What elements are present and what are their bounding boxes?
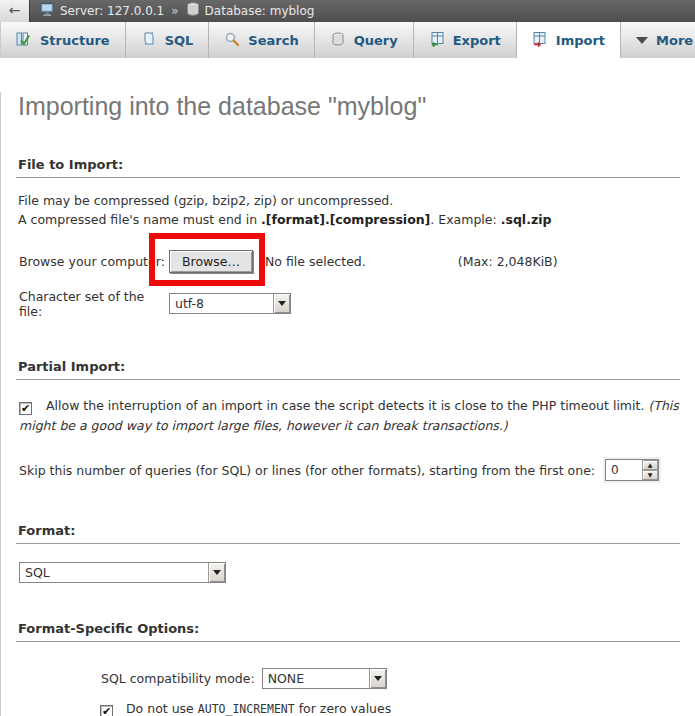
no-file-text: No file selected. [265, 254, 366, 269]
skip-queries-label: Skip this number of queries (for SQL) or… [19, 463, 595, 478]
server-icon [40, 2, 55, 20]
tab-label: Export [453, 33, 501, 48]
tab-export[interactable]: Export [414, 22, 517, 58]
browse-row: Browse your computer: Browse… No file se… [16, 250, 680, 273]
breadcrumb-database[interactable]: Database: myblog [205, 4, 315, 18]
dropdown-arrow-icon[interactable] [369, 669, 386, 688]
page-title: Importing into the database "myblog" [18, 92, 680, 121]
dropdown-arrow-icon[interactable] [208, 563, 225, 582]
sql-compat-label: SQL compatibility mode: [101, 671, 255, 686]
tab-label: Search [248, 33, 298, 48]
tab-label: SQL [165, 33, 194, 48]
query-icon [330, 31, 346, 50]
auto-increment-code: AUTO_INCREMENT [198, 702, 295, 716]
browse-button[interactable]: Browse… [169, 250, 253, 273]
compression-line1: File may be compressed (gzip, bzip2, zip… [18, 193, 393, 208]
tab-label: Query [354, 33, 398, 48]
example-extension: .sql.zip [501, 212, 552, 227]
charset-value: utf-8 [170, 296, 204, 311]
tab-more[interactable]: More [621, 22, 695, 58]
skip-queries-stepper[interactable]: 0 ▲ ▼ [605, 459, 659, 481]
checkmark-icon: ✔ [21, 402, 30, 415]
back-arrow-icon: ← [9, 2, 21, 18]
charset-select[interactable]: utf-8 [169, 293, 291, 314]
max-upload-size: (Max: 2,048KiB) [458, 254, 558, 269]
search-icon [224, 31, 240, 50]
tab-label: Structure [40, 33, 110, 48]
breadcrumb: Server: 127.0.0.1 » Database: myblog [40, 2, 314, 20]
sql-compat-value: NONE [263, 671, 304, 686]
checkmark-icon: ✔ [102, 705, 111, 716]
format-value: SQL [20, 565, 50, 580]
tab-label: More [656, 33, 693, 48]
sql-compat-select[interactable]: NONE [262, 668, 387, 689]
database-icon [186, 2, 200, 20]
stepper-up-icon[interactable]: ▲ [642, 460, 658, 470]
auto-increment-checkbox[interactable]: ✔ [100, 705, 113, 716]
browse-label: Browse your computer: [19, 254, 169, 269]
auto-increment-prefix: Do not use [126, 701, 198, 716]
auto-increment-row: ✔ Do not use AUTO_INCREMENT for zero val… [100, 701, 680, 716]
allow-interrupt-text: Allow the interruption of an import in c… [46, 398, 648, 413]
charset-label: Character set of the file: [19, 289, 169, 319]
tab-structure[interactable]: Structure [1, 22, 126, 58]
breadcrumb-bar: ← Server: 127.0.0.1 » Database: myblog [0, 0, 695, 22]
tab-import[interactable]: Import [517, 22, 621, 58]
format-row: SQL [16, 562, 680, 583]
chevron-down-icon [636, 37, 648, 44]
import-icon [532, 31, 548, 50]
compression-info: File may be compressed (gzip, bzip2, zip… [16, 191, 680, 230]
format-specific-heading: Format-Specific Options: [16, 621, 680, 642]
structure-icon [16, 31, 32, 50]
tab-sql[interactable]: SQL [126, 22, 210, 58]
dropdown-arrow-icon[interactable] [273, 294, 290, 313]
skip-queries-row: Skip this number of queries (for SQL) or… [16, 459, 680, 481]
export-icon [429, 31, 445, 50]
tab-search[interactable]: Search [209, 22, 314, 58]
format-pattern: .[format].[compression] [261, 212, 430, 227]
sql-compat-row: SQL compatibility mode: NONE [101, 668, 680, 689]
allow-interrupt-checkbox[interactable]: ✔ [19, 402, 32, 415]
skip-queries-value: 0 [606, 460, 642, 480]
sql-icon [141, 31, 157, 50]
tab-bar: Structure SQL Search Query Export Import… [0, 22, 695, 58]
allow-interrupt-row: ✔ Allow the interruption of an import in… [16, 396, 680, 437]
breadcrumb-server[interactable]: Server: 127.0.0.1 [60, 4, 164, 18]
tab-query[interactable]: Query [315, 22, 414, 58]
breadcrumb-separator: » [171, 4, 178, 18]
stepper-down-icon[interactable]: ▼ [642, 470, 658, 480]
format-select[interactable]: SQL [19, 562, 226, 583]
compression-line2-prefix: A compressed file's name must end in [18, 212, 261, 227]
format-heading: Format: [16, 523, 680, 544]
file-to-import-heading: File to Import: [16, 157, 680, 178]
partial-import-heading: Partial Import: [16, 359, 680, 380]
tab-label: Import [556, 33, 605, 48]
compression-line2-mid: . Example: [430, 212, 500, 227]
import-page: Importing into the database "myblog" Fil… [0, 92, 695, 716]
back-button[interactable]: ← [0, 0, 30, 22]
auto-increment-suffix: for zero values [295, 701, 392, 716]
charset-row: Character set of the file: utf-8 [16, 289, 680, 319]
